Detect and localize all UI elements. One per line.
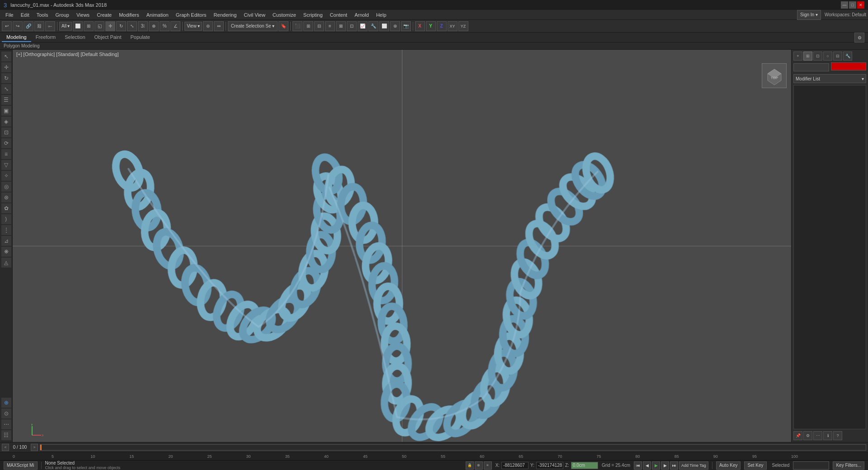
tab-selection[interactable]: Selection	[60, 33, 90, 42]
x-axis-btn[interactable]: X	[415, 21, 425, 31]
bind-space-warp[interactable]: ⟜	[45, 21, 55, 31]
tab-object-paint[interactable]: Object Paint	[90, 33, 126, 42]
menu-civil-view[interactable]: Civil View	[240, 11, 269, 19]
next-frame-btn[interactable]: ▶	[661, 461, 669, 470]
left-tool-17[interactable]: ⊿	[1, 236, 11, 246]
render-setup-btn[interactable]: ⊛	[390, 21, 400, 31]
menu-animation[interactable]: Animation	[143, 11, 172, 19]
named-selection-btn[interactable]: 🔖	[278, 21, 288, 31]
mirror-btn2[interactable]: ⬛	[292, 21, 302, 31]
left-tool-13[interactable]: ⊛	[1, 193, 11, 202]
sign-in-button[interactable]: Sign In ▾	[797, 10, 821, 20]
layer-btn[interactable]: ⊡	[347, 21, 357, 31]
create-selection-set-btn[interactable]: Create Selection Se▾	[228, 21, 278, 31]
stats-icon[interactable]: ≡	[484, 461, 492, 470]
xy-axis-btn[interactable]: XY	[448, 21, 458, 31]
select-icon[interactable]: ⊕	[475, 461, 483, 470]
tab-modeling[interactable]: Modeling	[2, 33, 31, 42]
redo-button[interactable]: ↪	[13, 21, 23, 31]
reference-coord-btn[interactable]: 3⃣	[138, 21, 148, 31]
schematic-view-btn[interactable]: 🔧	[368, 21, 378, 31]
rp-hierarchy-icon[interactable]: ⊡	[813, 52, 822, 61]
left-tool-2[interactable]: ↻	[1, 73, 11, 83]
rp-display-icon[interactable]: ⊟	[833, 52, 842, 61]
rp-help-icon[interactable]: ?	[833, 431, 842, 440]
close-button[interactable]: ✕	[857, 1, 864, 9]
select-object-btn[interactable]: ⬜	[73, 21, 83, 31]
rp-info-icon[interactable]: ℹ	[823, 431, 832, 440]
viewport[interactable]: [+] [Orthographic] [Standard] [Default S…	[13, 50, 791, 442]
menu-scripting[interactable]: Scripting	[300, 11, 326, 19]
pivot-btn[interactable]: ⊕	[149, 21, 159, 31]
menu-rendering[interactable]: Rendering	[210, 11, 241, 19]
left-tool-bottom-2[interactable]: ⋯	[1, 419, 11, 429]
yz-axis-btn[interactable]: YZ	[458, 21, 468, 31]
left-tool-14[interactable]: ✿	[1, 203, 11, 213]
y-axis-btn[interactable]: Y	[426, 21, 436, 31]
add-time-key-btn[interactable]: Add Time Tag	[679, 461, 708, 470]
view-dropdown[interactable]: View▾	[184, 22, 202, 31]
menu-modifiers[interactable]: Modifiers	[115, 11, 143, 19]
menu-create[interactable]: Create	[93, 11, 115, 19]
left-tool-7[interactable]: ⊡	[1, 127, 11, 137]
menu-content[interactable]: Content	[326, 11, 351, 19]
x-coord-field[interactable]: -88128607	[501, 462, 528, 469]
menu-edit[interactable]: Edit	[17, 11, 33, 19]
rp-pin-icon[interactable]: 📌	[793, 431, 802, 440]
link-button[interactable]: 🔗	[24, 21, 33, 31]
left-tool-19[interactable]: ◬	[1, 258, 11, 268]
menu-graph-editors[interactable]: Graph Editors	[172, 11, 210, 19]
align-btn2[interactable]: ⊟	[314, 21, 324, 31]
timeline-slider[interactable]	[40, 444, 866, 451]
left-tool-8[interactable]: ⟳	[1, 138, 11, 148]
name-field[interactable]	[793, 63, 829, 71]
go-start-btn[interactable]: ⏮	[634, 461, 642, 470]
left-tool-16[interactable]: ⋮	[1, 225, 11, 235]
undo-button[interactable]: ↩	[2, 21, 12, 31]
clone-align-btn[interactable]: ⊠	[336, 21, 346, 31]
minimize-button[interactable]: —	[841, 1, 848, 9]
rp-more-icon[interactable]: ⋯	[813, 431, 822, 440]
timeline-fwd-btn[interactable]: >	[31, 444, 38, 451]
curve-editor-btn[interactable]: 📈	[358, 21, 368, 31]
rp-utilities-icon[interactable]: 🔧	[843, 52, 852, 61]
menu-file[interactable]: File	[2, 11, 17, 19]
rp-create-icon[interactable]: +	[793, 52, 802, 61]
angle-snap-btn[interactable]: ∠	[170, 21, 180, 31]
y-coord-field[interactable]: -392174128	[536, 462, 563, 469]
mirror-btn[interactable]: ⇔	[214, 21, 224, 31]
auto-key-btn[interactable]: Auto Key	[716, 461, 741, 470]
select-move-btn[interactable]: ✛	[105, 21, 115, 31]
filter-dropdown[interactable]: All▾	[59, 22, 72, 31]
left-tool-4[interactable]: ☰	[1, 95, 11, 105]
select-rotate-btn[interactable]: ↻	[116, 21, 126, 31]
color-swatch[interactable]	[831, 62, 867, 70]
prev-frame-btn[interactable]: ◀	[643, 461, 651, 470]
left-tool-10[interactable]: ▽	[1, 160, 11, 170]
left-tool-5[interactable]: ▣	[1, 106, 11, 116]
menu-views[interactable]: Views	[73, 11, 93, 19]
select-scale-btn[interactable]: ⤡	[127, 21, 137, 31]
menu-group[interactable]: Group	[52, 11, 73, 19]
tab-populate[interactable]: Populate	[126, 33, 154, 42]
tab-freeform[interactable]: Freeform	[31, 33, 61, 42]
lock-icon[interactable]: 🔒	[466, 461, 474, 470]
left-tool-bottom-1[interactable]: ⊙	[1, 409, 11, 418]
rp-modify-icon[interactable]: ⊞	[803, 52, 812, 61]
z-axis-btn[interactable]: Z	[437, 21, 447, 31]
spacing-btn[interactable]: ≡	[325, 21, 335, 31]
menu-customize[interactable]: Customize	[269, 11, 300, 19]
left-tool-15[interactable]: ⟩	[1, 214, 11, 224]
menu-arnold[interactable]: Arnold	[351, 11, 373, 19]
left-tool-1[interactable]: ✛	[1, 62, 11, 72]
maximize-button[interactable]: □	[849, 1, 856, 9]
window-crossing-btn[interactable]: ◱	[94, 21, 104, 31]
align-btn[interactable]: ⊜	[203, 21, 213, 31]
material-editor-btn[interactable]: ⬜	[379, 21, 389, 31]
maxscript-button[interactable]: MAXScript Mi	[4, 461, 38, 470]
set-key-btn[interactable]: Set Key	[744, 461, 766, 470]
left-tool-0[interactable]: ↖	[1, 52, 11, 61]
timeline-back-btn[interactable]: <	[2, 444, 9, 451]
unlink-button[interactable]: ⛓	[34, 21, 44, 31]
play-btn[interactable]: ▶	[652, 461, 660, 470]
